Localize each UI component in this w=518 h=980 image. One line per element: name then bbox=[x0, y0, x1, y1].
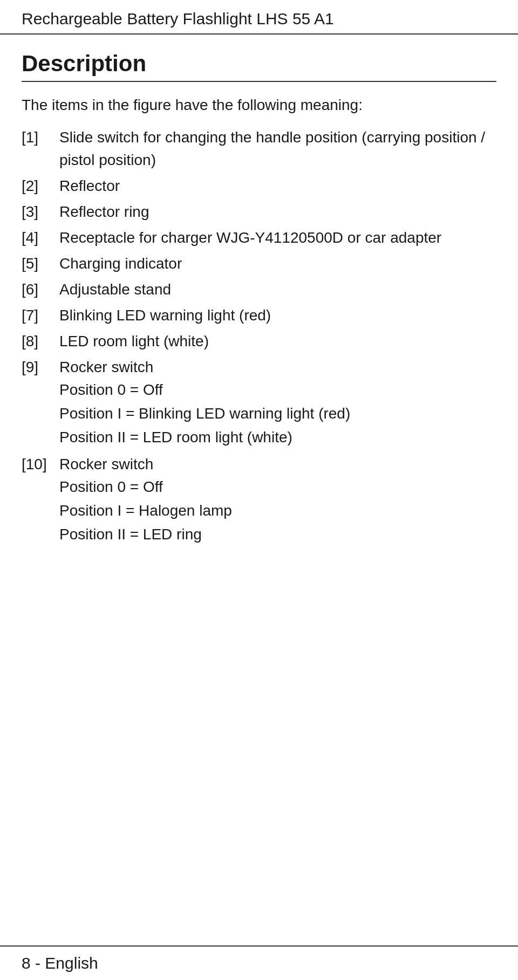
list-item: [9]Rocker switchPosition 0 = OffPosition… bbox=[22, 356, 496, 450]
item-text: Charging indicator bbox=[59, 252, 496, 275]
items-list: [1]Slide switch for changing the handle … bbox=[22, 126, 496, 547]
item-main-text: Rocker switch bbox=[59, 359, 153, 375]
list-item: [4]Receptacle for charger WJG-Y41120500D… bbox=[22, 227, 496, 249]
item-main-text: LED room light (white) bbox=[59, 333, 209, 349]
sub-item: Position II = LED ring bbox=[59, 523, 496, 546]
list-item: [1]Slide switch for changing the handle … bbox=[22, 126, 496, 172]
item-text: Rocker switchPosition 0 = OffPosition I … bbox=[59, 356, 496, 450]
item-number: [4] bbox=[22, 227, 59, 249]
list-item: [10]Rocker switchPosition 0 = OffPositio… bbox=[22, 453, 496, 547]
header-section: Rechargeable Battery Flashlight LHS 55 A… bbox=[0, 0, 518, 35]
page-wrapper: Rechargeable Battery Flashlight LHS 55 A… bbox=[0, 0, 518, 980]
item-main-text: Charging indicator bbox=[59, 255, 182, 272]
item-main-text: Receptacle for charger WJG-Y41120500D or… bbox=[59, 229, 441, 246]
sub-item: Position II = LED room light (white) bbox=[59, 426, 496, 449]
item-number: [2] bbox=[22, 175, 59, 197]
item-main-text: Adjustable stand bbox=[59, 281, 171, 298]
description-intro: The items in the figure have the followi… bbox=[22, 94, 496, 116]
item-number: [6] bbox=[22, 278, 59, 301]
list-item: [8]LED room light (white) bbox=[22, 330, 496, 353]
item-main-text: Rocker switch bbox=[59, 456, 153, 472]
item-number: [9] bbox=[22, 356, 59, 379]
item-number: [3] bbox=[22, 201, 59, 223]
main-content: Description The items in the figure have… bbox=[0, 35, 518, 980]
item-text: Slide switch for changing the handle pos… bbox=[59, 126, 496, 172]
footer-text: 8 - English bbox=[22, 954, 98, 972]
list-item: [5]Charging indicator bbox=[22, 252, 496, 275]
item-number: [7] bbox=[22, 304, 59, 327]
item-number: [1] bbox=[22, 126, 59, 149]
list-item: [2]Reflector bbox=[22, 175, 496, 197]
item-text: Reflector bbox=[59, 175, 496, 197]
sub-item: Position I = Blinking LED warning light … bbox=[59, 402, 496, 425]
item-number: [8] bbox=[22, 330, 59, 353]
sub-item: Position 0 = Off bbox=[59, 379, 496, 401]
item-main-text: Reflector ring bbox=[59, 203, 149, 220]
sub-item: Position I = Halogen lamp bbox=[59, 499, 496, 522]
list-item: [3]Reflector ring bbox=[22, 201, 496, 223]
item-text: Adjustable stand bbox=[59, 278, 496, 301]
item-text: Reflector ring bbox=[59, 201, 496, 223]
item-text: Receptacle for charger WJG-Y41120500D or… bbox=[59, 227, 496, 249]
item-main-text: Reflector bbox=[59, 177, 120, 194]
item-main-text: Slide switch for changing the handle pos… bbox=[59, 129, 485, 168]
sub-items-list: Position 0 = OffPosition I = Halogen lam… bbox=[59, 476, 496, 546]
section-heading: Description bbox=[22, 51, 496, 82]
item-number: [10] bbox=[22, 453, 59, 476]
footer-section: 8 - English bbox=[0, 945, 518, 980]
item-text: Blinking LED warning light (red) bbox=[59, 304, 496, 327]
header-title: Rechargeable Battery Flashlight LHS 55 A… bbox=[22, 10, 496, 28]
item-number: [5] bbox=[22, 252, 59, 275]
sub-item: Position 0 = Off bbox=[59, 476, 496, 498]
item-main-text: Blinking LED warning light (red) bbox=[59, 307, 271, 324]
item-text: LED room light (white) bbox=[59, 330, 496, 353]
item-text: Rocker switchPosition 0 = OffPosition I … bbox=[59, 453, 496, 547]
list-item: [7]Blinking LED warning light (red) bbox=[22, 304, 496, 327]
list-item: [6]Adjustable stand bbox=[22, 278, 496, 301]
sub-items-list: Position 0 = OffPosition I = Blinking LE… bbox=[59, 379, 496, 449]
